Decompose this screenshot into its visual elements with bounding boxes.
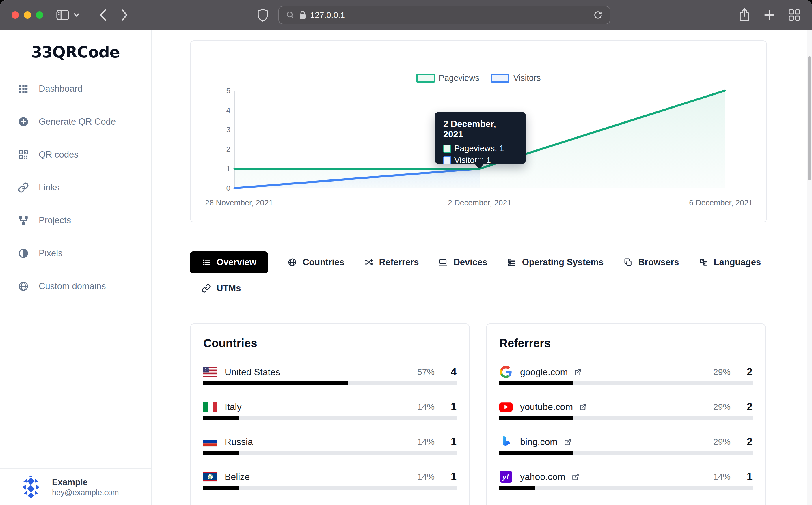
svg-text:y!: y! — [502, 473, 509, 481]
count-value: 2 — [736, 401, 753, 413]
google-icon — [499, 365, 513, 379]
count-value: 1 — [736, 471, 753, 483]
url-text: 127.0.0.1 — [310, 10, 345, 20]
progress-bar — [499, 416, 753, 420]
country-name: United States — [225, 367, 280, 377]
tab-referrers[interactable]: Referrers — [364, 251, 419, 273]
new-tab-icon[interactable] — [764, 9, 775, 21]
link-icon — [18, 182, 29, 193]
traffic-lights — [12, 11, 43, 19]
legend-visitors[interactable]: Visitors — [491, 73, 541, 83]
zoom-window-button[interactable] — [36, 11, 43, 19]
belize-flag-icon — [203, 472, 217, 482]
app-logo: 33QRCode — [0, 30, 151, 61]
sidebar-toggle-icon[interactable] — [56, 10, 69, 20]
referrers-card: Referrers google.com 29% — [486, 324, 766, 505]
count-value: 2 — [736, 436, 753, 448]
sidebar-item-generate-qr-code[interactable]: Generate QR Code — [0, 105, 151, 138]
external-link-icon[interactable] — [573, 368, 582, 376]
referrer-name: bing.com — [520, 437, 558, 447]
tab-utms[interactable]: UTMs — [201, 277, 241, 299]
sidebar-item-label: Links — [39, 182, 59, 193]
user-email: hey@example.com — [52, 488, 119, 498]
address-bar[interactable]: 127.0.0.1 — [278, 6, 611, 24]
count-value: 1 — [440, 401, 456, 413]
country-name: Belize — [225, 472, 250, 482]
translate-icon — [699, 258, 708, 267]
close-window-button[interactable] — [12, 11, 19, 19]
sidebar-item-links[interactable]: Links — [0, 171, 151, 204]
tab-countries[interactable]: Countries — [288, 251, 345, 273]
privacy-shield-icon[interactable] — [257, 8, 269, 22]
russia-flag-icon — [203, 437, 217, 447]
country-row: United States 57% 4 — [203, 363, 456, 385]
sidebar-item-dashboard[interactable]: Dashboard — [0, 72, 151, 105]
user-name: Example — [52, 477, 119, 488]
country-name: Russia — [225, 437, 253, 447]
percent-label: 29% — [713, 402, 730, 412]
shuffle-icon — [364, 258, 373, 267]
progress-bar — [203, 486, 456, 490]
reload-icon[interactable] — [593, 10, 603, 20]
referrer-row: youtube.com 29% 2 — [499, 398, 753, 420]
percent-label: 29% — [713, 437, 730, 447]
user-account[interactable]: Example hey@example.com — [0, 468, 151, 505]
scrollbar-track[interactable] — [807, 30, 812, 505]
country-row: Russia 14% 1 — [203, 433, 456, 455]
visitors-swatch-icon — [443, 156, 451, 164]
tab-devices[interactable]: Devices — [438, 251, 487, 273]
sidebar: 33QRCode Dashboard Generate QR Code — [0, 30, 152, 505]
sidebar-item-custom-domains[interactable]: Custom domains — [0, 270, 151, 303]
count-value: 1 — [440, 471, 456, 483]
count-value: 4 — [440, 366, 456, 378]
percent-label: 14% — [713, 472, 730, 482]
link-icon — [201, 284, 211, 293]
svg-text:0: 0 — [226, 184, 231, 192]
legend-pageviews[interactable]: Pageviews — [416, 73, 479, 83]
tab-languages[interactable]: Languages — [699, 251, 761, 273]
browser-toolbar: 127.0.0.1 — [0, 0, 812, 30]
referrer-row: y! yahoo.com 14% 1 — [499, 468, 753, 490]
analytics-tabs: Overview Countries Referrers — [190, 251, 767, 299]
sidebar-item-label: Projects — [39, 215, 71, 226]
main-content: Pageviews Visitors — [152, 30, 812, 505]
tab-browsers[interactable]: Browsers — [623, 251, 679, 273]
referrer-name: yahoo.com — [520, 472, 565, 482]
countries-title: Countries — [203, 336, 456, 350]
external-link-icon[interactable] — [563, 438, 572, 446]
referrer-row: google.com 29% 2 — [499, 363, 753, 385]
scrollbar-thumb[interactable] — [808, 56, 811, 180]
tab-operating-systems[interactable]: Operating Systems — [507, 251, 604, 273]
tab-overview-icon[interactable] — [788, 9, 800, 21]
chevron-down-icon[interactable] — [73, 13, 80, 17]
sidebar-item-projects[interactable]: Projects — [0, 204, 151, 237]
traffic-chart-card: Pageviews Visitors — [190, 40, 767, 222]
referrer-name: youtube.com — [520, 402, 573, 412]
tab-overview[interactable]: Overview — [190, 251, 268, 273]
forward-icon[interactable] — [120, 9, 129, 21]
browser-window: 127.0.0.1 33QRCode — [0, 0, 812, 505]
country-name: Italy — [225, 402, 242, 412]
percent-label: 14% — [417, 437, 435, 447]
bing-icon — [499, 435, 513, 449]
avatar — [18, 474, 44, 500]
sidebar-item-qr-codes[interactable]: QR codes — [0, 138, 151, 171]
sidebar-item-pixels[interactable]: Pixels — [0, 237, 151, 270]
minimize-window-button[interactable] — [24, 11, 31, 19]
italy-flag-icon — [203, 402, 217, 412]
server-icon — [507, 258, 516, 267]
external-link-icon[interactable] — [571, 472, 580, 481]
plus-circle-icon — [18, 116, 29, 127]
share-icon[interactable] — [739, 8, 750, 22]
youtube-icon — [499, 400, 513, 413]
chart-tooltip: 2 December, 2021 Pageviews: 1 Visitors: … — [435, 112, 526, 164]
sidebar-item-label: Pixels — [39, 248, 63, 259]
browser-window-icon — [623, 258, 632, 267]
sidebar-item-label: QR codes — [39, 150, 79, 160]
sidebar-item-label: Custom domains — [39, 281, 106, 292]
percent-label: 14% — [417, 472, 435, 482]
back-icon[interactable] — [99, 9, 107, 21]
search-icon — [286, 11, 294, 19]
svg-text:3: 3 — [226, 125, 231, 134]
external-link-icon[interactable] — [579, 402, 587, 411]
